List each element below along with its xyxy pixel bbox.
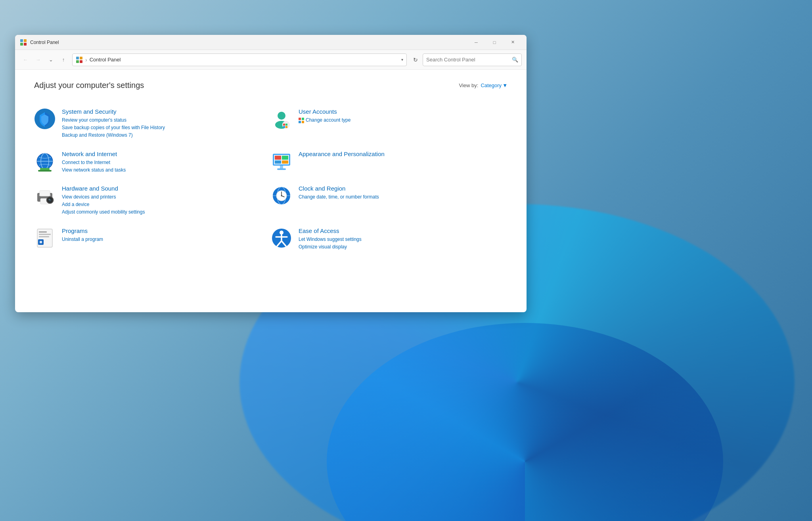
svg-rect-2 bbox=[20, 43, 23, 46]
search-input[interactable] bbox=[426, 57, 510, 63]
up-button[interactable]: ↑ bbox=[58, 54, 69, 65]
view-by-dropdown-icon: ▼ bbox=[502, 82, 508, 88]
back-button[interactable]: ← bbox=[20, 54, 31, 65]
svg-rect-12 bbox=[283, 124, 285, 126]
minimize-button[interactable]: ─ bbox=[467, 35, 485, 50]
svg-rect-16 bbox=[299, 118, 301, 120]
search-icon: 🔍 bbox=[512, 57, 518, 63]
svg-rect-1 bbox=[24, 39, 27, 42]
title-bar: Control Panel ─ □ ✕ bbox=[15, 35, 527, 50]
user-accounts-link-1[interactable]: Change account type bbox=[299, 116, 508, 126]
hardware-sound-link-3[interactable]: Adjust commonly used mobility settings bbox=[62, 208, 271, 216]
hardware-sound-link-1[interactable]: View devices and printers bbox=[62, 193, 271, 201]
svg-rect-49 bbox=[39, 231, 47, 233]
network-internet-link-2[interactable]: View network status and tasks bbox=[62, 166, 271, 174]
view-by-value-text: Category bbox=[481, 82, 502, 88]
refresh-button[interactable]: ↻ bbox=[410, 54, 421, 65]
user-accounts-content: User Accounts Change account type bbox=[299, 108, 508, 126]
network-internet-icon bbox=[34, 151, 56, 172]
main-content: Adjust your computer's settings View by:… bbox=[15, 70, 527, 312]
svg-rect-35 bbox=[40, 191, 50, 196]
ease-of-access-link-2[interactable]: Optimize visual display bbox=[299, 243, 508, 251]
view-by-label: View by: bbox=[459, 82, 478, 88]
svg-rect-6 bbox=[76, 60, 79, 63]
system-security-link-3[interactable]: Backup and Restore (Windows 7) bbox=[62, 132, 271, 139]
appearance-icon bbox=[271, 151, 292, 172]
svg-rect-7 bbox=[80, 60, 82, 63]
appearance-title[interactable]: Appearance and Personalization bbox=[299, 151, 508, 157]
svg-rect-19 bbox=[302, 121, 304, 123]
address-bar-separator: › bbox=[85, 57, 87, 63]
svg-rect-32 bbox=[277, 168, 286, 170]
category-system-security: System and Security Review your computer… bbox=[34, 103, 271, 145]
svg-rect-14 bbox=[283, 126, 285, 128]
svg-rect-30 bbox=[282, 160, 288, 164]
system-security-icon bbox=[34, 108, 56, 130]
clock-region-title[interactable]: Clock and Region bbox=[299, 185, 508, 192]
clock-region-link-1[interactable]: Change date, time, or number formats bbox=[299, 193, 508, 201]
title-bar-controls: ─ □ ✕ bbox=[467, 35, 522, 50]
user-accounts-title[interactable]: User Accounts bbox=[299, 108, 508, 115]
user-accounts-icon bbox=[271, 108, 292, 130]
svg-point-40 bbox=[49, 198, 50, 200]
svg-rect-15 bbox=[285, 126, 287, 128]
network-internet-content: Network and Internet Connect to the Inte… bbox=[62, 151, 271, 174]
system-security-link-1[interactable]: Review your computer's status bbox=[62, 116, 271, 124]
programs-title[interactable]: Programs bbox=[62, 227, 271, 234]
address-bar-dropdown-icon[interactable]: ▾ bbox=[401, 57, 403, 62]
categories-grid: System and Security Review your computer… bbox=[34, 103, 508, 256]
hardware-sound-content: Hardware and Sound View devices and prin… bbox=[62, 185, 271, 216]
view-by-control: View by: Category ▼ bbox=[459, 82, 508, 88]
ease-of-access-link-1[interactable]: Let Windows suggest settings bbox=[299, 236, 508, 243]
programs-content: Programs Uninstall a program bbox=[62, 227, 271, 243]
forward-button[interactable]: → bbox=[33, 54, 44, 65]
svg-rect-27 bbox=[275, 156, 281, 160]
clock-region-icon bbox=[271, 185, 292, 206]
svg-rect-51 bbox=[39, 236, 49, 237]
svg-rect-5 bbox=[80, 57, 82, 59]
svg-rect-24 bbox=[38, 170, 52, 172]
recent-locations-button[interactable]: ⌄ bbox=[45, 54, 56, 65]
category-network-internet: Network and Internet Connect to the Inte… bbox=[34, 145, 271, 179]
svg-rect-28 bbox=[282, 156, 288, 160]
hardware-sound-icon bbox=[34, 185, 56, 206]
address-bar-area: ← → ⌄ ↑ › Control Panel ▾ ↻ 🔍 bbox=[15, 50, 527, 70]
address-bar[interactable]: › Control Panel ▾ bbox=[72, 53, 407, 66]
svg-rect-0 bbox=[20, 39, 23, 42]
programs-icon bbox=[34, 227, 56, 249]
svg-rect-4 bbox=[76, 57, 79, 59]
close-button[interactable]: ✕ bbox=[504, 35, 522, 50]
system-security-content: System and Security Review your computer… bbox=[62, 108, 271, 139]
category-user-accounts: User Accounts Change account type bbox=[271, 103, 508, 145]
control-panel-title-icon bbox=[20, 39, 27, 46]
view-by-value[interactable]: Category ▼ bbox=[481, 82, 508, 88]
system-security-title[interactable]: System and Security bbox=[62, 108, 271, 115]
system-security-link-2[interactable]: Save backup copies of your files with Fi… bbox=[62, 124, 271, 132]
svg-rect-31 bbox=[280, 166, 283, 169]
network-internet-title[interactable]: Network and Internet bbox=[62, 151, 271, 157]
hardware-sound-link-2[interactable]: Add a device bbox=[62, 201, 271, 208]
appearance-content: Appearance and Personalization bbox=[299, 151, 508, 159]
category-hardware-sound: Hardware and Sound View devices and prin… bbox=[34, 179, 271, 222]
svg-rect-50 bbox=[39, 234, 51, 235]
search-bar[interactable]: 🔍 bbox=[423, 53, 522, 66]
svg-point-9 bbox=[278, 112, 285, 120]
ease-of-access-icon bbox=[271, 227, 292, 249]
address-bar-path: Control Panel bbox=[90, 57, 399, 63]
ease-of-access-content: Ease of Access Let Windows suggest setti… bbox=[299, 227, 508, 251]
page-header: Adjust your computer's settings View by:… bbox=[34, 81, 508, 90]
control-panel-window: Control Panel ─ □ ✕ ← → ⌄ ↑ › Control Pa… bbox=[15, 35, 527, 312]
maximize-button[interactable]: □ bbox=[485, 35, 504, 50]
svg-rect-53 bbox=[40, 241, 42, 243]
hardware-sound-title[interactable]: Hardware and Sound bbox=[62, 185, 271, 192]
page-title: Adjust your computer's settings bbox=[34, 81, 144, 90]
network-internet-link-1[interactable]: Connect to the Internet bbox=[62, 159, 271, 166]
programs-link-1[interactable]: Uninstall a program bbox=[62, 236, 271, 243]
ease-of-access-title[interactable]: Ease of Access bbox=[299, 227, 508, 234]
category-programs: Programs Uninstall a program bbox=[34, 222, 271, 256]
category-appearance: Appearance and Personalization bbox=[271, 145, 508, 179]
category-clock-region: Clock and Region Change date, time, or n… bbox=[271, 179, 508, 222]
svg-rect-13 bbox=[285, 124, 287, 126]
svg-rect-18 bbox=[299, 121, 301, 123]
category-ease-of-access: Ease of Access Let Windows suggest setti… bbox=[271, 222, 508, 256]
